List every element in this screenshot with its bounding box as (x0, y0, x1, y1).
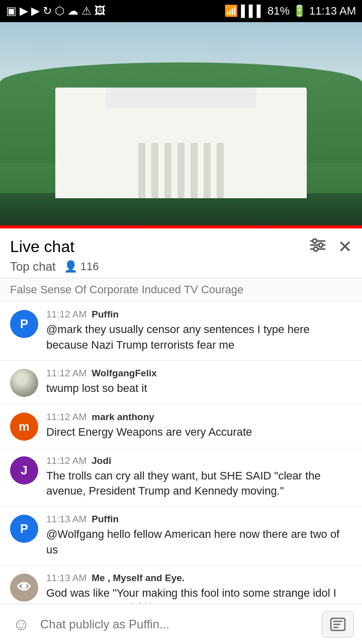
status-bar: ▣ ▶ ▶ ↻ ⬡ ☁ ⚠ 🖼 📶 ▌▌▌ 81% 🔋 11:13 AM (0, 0, 362, 22)
live-chat-header: Live chat ✕ Top chat 👤 116 (0, 228, 362, 278)
avatar (10, 369, 38, 397)
avatar: P (10, 310, 38, 338)
live-chat-title: Live chat (10, 237, 74, 256)
message-time: 11:13 AM (46, 573, 86, 584)
filter-icon[interactable] (310, 238, 326, 256)
message-body: 11:12 AM WolfgangFelix twump lost so bea… (46, 368, 352, 396)
message-body: 11:13 AM Puffin @Wolfgang hello fellow A… (46, 514, 352, 558)
message-meta: 11:12 AM Puffin (46, 309, 352, 320)
message-body: 11:12 AM Puffin @mark they usually censo… (46, 309, 352, 353)
avatar: P (10, 515, 38, 543)
time-display: 11:13 AM (309, 5, 356, 18)
emoji-button[interactable]: ☺ (8, 611, 34, 637)
white-house-building (55, 88, 307, 198)
message-meta: 11:12 AM WolfgangFelix (46, 368, 352, 379)
column-1 (138, 143, 145, 198)
message-text: twump lost so beat it (46, 381, 352, 396)
chat-message: P 11:12 AM Puffin @mark they usually cen… (0, 302, 362, 361)
message-body: 11:12 AM Jodi The trolls can cry all the… (46, 455, 352, 500)
message-author: Jodi (92, 455, 111, 466)
message-time: 11:12 AM (46, 368, 86, 379)
message-author: WolfgangFelix (92, 368, 156, 379)
battery-icon: 🔋 (293, 5, 306, 18)
message-text: The trolls can cry all they want, but SH… (46, 468, 352, 500)
youtube2-icon: ▶ (31, 5, 40, 18)
truncated-message: False Sense Of Corporate Induced TV Cour… (0, 278, 362, 302)
message-text: @mark they usually censor any sentences … (46, 322, 352, 353)
wifi-icon: 📶 (224, 5, 238, 18)
viewer-count: 👤 116 (64, 260, 99, 273)
message-body: 11:12 AM mark anthony Direct Energy Weap… (46, 412, 352, 440)
sync-icon: ↻ (43, 5, 52, 18)
message-time: 11:12 AM (46, 309, 86, 320)
battery-percent: 81% (267, 5, 290, 18)
svg-point-3 (313, 239, 317, 243)
chat-list-wrapper: False Sense Of Corporate Induced TV Cour… (0, 278, 362, 644)
chat-input-field[interactable] (40, 611, 316, 637)
image-icon: 🖼 (95, 5, 106, 18)
chat-message: m 11:12 AM mark anthony Direct Energy We… (0, 405, 362, 448)
chat-message: 11:12 AM WolfgangFelix twump lost so bea… (0, 361, 362, 405)
column-2 (151, 143, 158, 198)
message-author: Puffin (92, 514, 119, 525)
message-text: Direct Energy Weapons are very Accurate (46, 425, 352, 440)
message-author: Me , Myself and Eye. (92, 573, 185, 584)
youtube-icon: ▶ (20, 5, 28, 18)
column-7 (217, 143, 224, 198)
message-meta: 11:12 AM Jodi (46, 455, 352, 466)
message-time: 11:12 AM (46, 412, 86, 423)
viewer-number: 116 (80, 260, 99, 273)
sub-row: Top chat 👤 116 (10, 260, 352, 274)
message-time: 11:12 AM (46, 455, 86, 466)
chat-message: J 11:12 AM Jodi The trolls can cry all t… (0, 448, 362, 507)
cloud-icon: ☁ (67, 5, 78, 18)
message-author: Puffin (92, 309, 119, 320)
status-right-info: 📶 ▌▌▌ 81% 🔋 11:13 AM (224, 5, 356, 18)
svg-point-4 (319, 243, 323, 247)
message-meta: 11:13 AM Me , Myself and Eye. (46, 573, 352, 584)
warning-icon: ⚠ (81, 5, 92, 18)
close-icon[interactable]: ✕ (338, 236, 352, 257)
signal-bars: ▌▌▌ (241, 5, 264, 18)
avatar: 👁 (10, 574, 38, 602)
message-time: 11:13 AM (46, 514, 86, 525)
video-area[interactable] (0, 22, 362, 228)
title-row: Live chat ✕ (10, 236, 352, 257)
header-icons: ✕ (310, 236, 352, 257)
avatar: J (10, 456, 38, 485)
column-4 (177, 143, 185, 198)
message-author: mark anthony (92, 412, 154, 423)
top-chat-label: Top chat (10, 260, 56, 274)
building-columns (126, 138, 236, 198)
svg-point-5 (314, 247, 318, 251)
column-3 (164, 143, 171, 198)
message-meta: 11:13 AM Puffin (46, 514, 352, 525)
chat-list: False Sense Of Corporate Induced TV Cour… (0, 278, 362, 624)
column-6 (204, 143, 211, 198)
chat-input-bar: ☺ (0, 604, 362, 644)
message-text: @Wolfgang hello fellow American here now… (46, 527, 352, 558)
messages-container: P 11:12 AM Puffin @mark they usually cen… (0, 302, 362, 624)
status-left-icons: ▣ ▶ ▶ ↻ ⬡ ☁ ⚠ 🖼 (6, 5, 106, 18)
viewer-icon: 👤 (64, 260, 77, 273)
app-icon: ⬡ (55, 5, 64, 18)
send-button[interactable] (322, 611, 354, 637)
video-progress-bar (0, 225, 362, 228)
building-roof (106, 88, 256, 108)
notification-icon: ▣ (6, 5, 17, 18)
message-meta: 11:12 AM mark anthony (46, 412, 352, 423)
avatar: m (10, 413, 38, 441)
chat-message: P 11:13 AM Puffin @Wolfgang hello fellow… (0, 507, 362, 566)
column-5 (191, 143, 198, 198)
